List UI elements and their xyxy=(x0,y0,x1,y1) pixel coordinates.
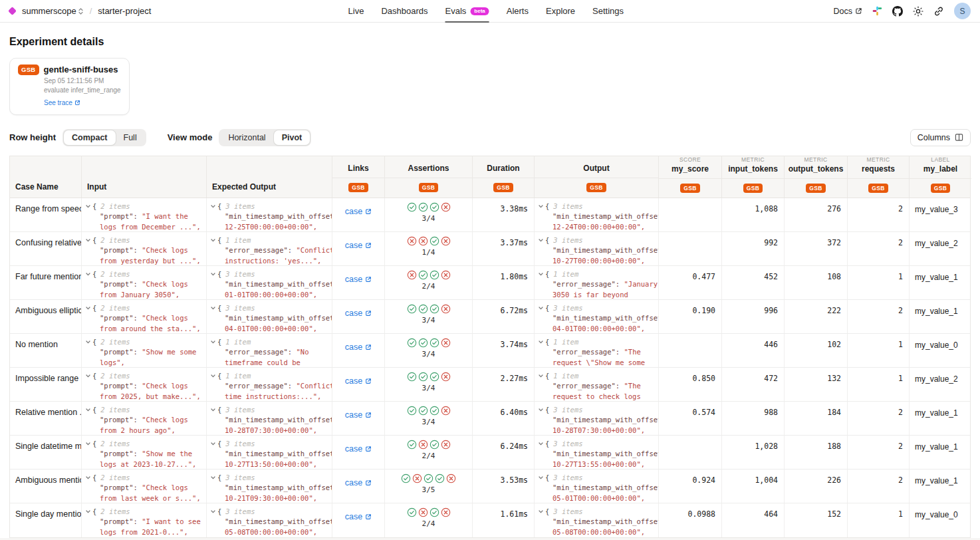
case-trace-link[interactable]: case xyxy=(345,342,372,352)
docs-link[interactable]: Docs xyxy=(834,7,862,16)
json-expander-row: {3 items xyxy=(538,235,658,246)
case-trace-link[interactable]: case xyxy=(345,511,372,522)
share-link-icon[interactable] xyxy=(933,6,944,17)
assertion-pass-icon xyxy=(418,372,428,382)
json-open-brace: { xyxy=(217,337,221,348)
experiment-badge[interactable]: GSB xyxy=(18,65,39,75)
experiment-badge[interactable]: GSB xyxy=(586,183,606,192)
view-mode-option-horizontal[interactable]: Horizontal xyxy=(220,130,273,145)
assertion-pass-icon xyxy=(435,473,445,483)
view-mode-option-pivot[interactable]: Pivot xyxy=(274,130,310,145)
expand-chevron-icon[interactable] xyxy=(210,373,216,379)
json-open-brace: { xyxy=(217,235,221,246)
tab-dashboards[interactable]: Dashboards xyxy=(381,0,428,23)
tab-alerts[interactable]: Alerts xyxy=(507,0,529,23)
expand-chevron-icon[interactable] xyxy=(538,237,544,243)
assertion-fail-icon xyxy=(441,236,451,246)
expand-chevron-icon[interactable] xyxy=(210,339,216,345)
expand-chevron-icon[interactable] xyxy=(538,203,544,209)
tab-settings[interactable]: Settings xyxy=(592,0,624,23)
case-trace-link[interactable]: case xyxy=(345,274,372,285)
expand-chevron-icon[interactable] xyxy=(85,407,91,413)
column-header-my_label: LABELmy_labelGSB xyxy=(910,156,971,198)
json-value: instructions: 'yes...", xyxy=(225,257,321,265)
expand-chevron-icon[interactable] xyxy=(538,509,544,515)
expand-chevron-icon[interactable] xyxy=(85,373,91,379)
expand-chevron-icon[interactable] xyxy=(210,509,216,515)
json-item-count: 3 items xyxy=(225,269,255,280)
expand-chevron-icon[interactable] xyxy=(85,203,91,209)
case-trace-link[interactable]: case xyxy=(345,444,372,454)
experiment-badge[interactable]: GSB xyxy=(348,183,368,192)
column-header-label: requests xyxy=(862,164,895,174)
input-tokens-cell: 1,004 xyxy=(722,470,785,503)
case-trace-link[interactable]: case xyxy=(345,376,372,386)
expand-chevron-icon[interactable] xyxy=(538,271,544,277)
expand-chevron-icon[interactable] xyxy=(538,373,544,379)
case-trace-link[interactable]: case xyxy=(345,240,372,251)
case-trace-link[interactable]: case xyxy=(345,206,372,217)
expand-chevron-icon[interactable] xyxy=(210,203,216,209)
json-value: "I want the xyxy=(142,212,188,220)
row-height-option-compact[interactable]: Compact xyxy=(64,130,115,145)
expand-chevron-icon[interactable] xyxy=(538,339,544,345)
json-line: 10-28T07:30:00+00:00", xyxy=(210,426,332,435)
json-open-brace: { xyxy=(217,202,221,212)
expand-chevron-icon[interactable] xyxy=(538,441,544,447)
tab-evals[interactable]: Evalsbeta xyxy=(445,0,489,23)
case-trace-link[interactable]: case xyxy=(345,308,372,319)
project-name[interactable]: starter-project xyxy=(98,6,151,16)
theme-toggle-icon[interactable] xyxy=(913,6,923,17)
expand-chevron-icon[interactable] xyxy=(210,237,216,243)
json-expander-row: {3 items xyxy=(210,405,332,416)
expand-chevron-icon[interactable] xyxy=(85,271,91,277)
expand-chevron-icon[interactable] xyxy=(210,305,216,311)
json-expander-row: {2 items xyxy=(85,235,206,246)
experiment-badge[interactable]: GSB xyxy=(931,184,950,193)
experiment-badge[interactable]: GSB xyxy=(680,184,699,193)
output-tokens-cell: 226 xyxy=(785,470,848,503)
column-header-output_tokens: METRICoutput_tokensGSB xyxy=(785,156,848,198)
tab-explore[interactable]: Explore xyxy=(546,0,575,23)
expand-chevron-icon[interactable] xyxy=(210,407,216,413)
input-cell: {2 items"prompt": "Check logsfrom yester… xyxy=(82,232,207,265)
tab-live[interactable]: Live xyxy=(348,0,364,23)
json-line: from around the sta...", xyxy=(85,324,206,333)
output-cell: {3 items"min_timestamp_with_offset"05-01… xyxy=(535,470,659,503)
expand-chevron-icon[interactable] xyxy=(85,441,91,447)
expand-chevron-icon[interactable] xyxy=(85,475,91,481)
json-open-brace: { xyxy=(92,269,96,280)
github-icon[interactable] xyxy=(892,6,903,17)
output-cell: {3 items"min_timestamp_with_offset"04-01… xyxy=(535,300,659,333)
expand-chevron-icon[interactable] xyxy=(210,475,216,481)
case-name-cell: Ambiguous mention xyxy=(10,470,82,503)
experiment-badge[interactable]: GSB xyxy=(743,184,763,193)
table-row: Confusing relative...{2 items"prompt": "… xyxy=(10,232,970,266)
expand-chevron-icon[interactable] xyxy=(210,441,216,447)
expand-chevron-icon[interactable] xyxy=(85,509,91,515)
expand-chevron-icon[interactable] xyxy=(538,305,544,311)
experiment-badge[interactable]: GSB xyxy=(806,184,825,193)
slack-icon[interactable] xyxy=(872,6,882,16)
case-trace-link[interactable]: case xyxy=(345,410,372,420)
see-trace-link[interactable]: See trace xyxy=(44,99,80,106)
output-cell: {3 items"min_timestamp_with_offset"12-24… xyxy=(535,198,659,231)
expand-chevron-icon[interactable] xyxy=(85,237,91,243)
expand-chevron-icon[interactable] xyxy=(85,305,91,311)
experiment-badge[interactable]: GSB xyxy=(868,184,888,193)
case-trace-link[interactable]: case xyxy=(345,477,372,488)
json-line: "min_timestamp_with_offset" xyxy=(538,211,658,222)
expand-chevron-icon[interactable] xyxy=(210,271,216,277)
expand-chevron-icon[interactable] xyxy=(538,475,544,481)
columns-button[interactable]: Columns xyxy=(910,129,971,146)
json-key: "error_message": xyxy=(225,348,292,356)
row-height-option-full[interactable]: Full xyxy=(116,130,145,145)
expand-chevron-icon[interactable] xyxy=(85,339,91,345)
assertion-icons xyxy=(407,338,451,348)
json-line: 10-27T13:50:00+00:00", xyxy=(210,460,332,469)
experiment-badge[interactable]: GSB xyxy=(493,183,513,192)
user-avatar[interactable]: S xyxy=(954,3,971,19)
experiment-badge[interactable]: GSB xyxy=(419,183,438,192)
expand-chevron-icon[interactable] xyxy=(538,407,544,413)
org-switcher[interactable]: summerscope xyxy=(22,6,84,16)
